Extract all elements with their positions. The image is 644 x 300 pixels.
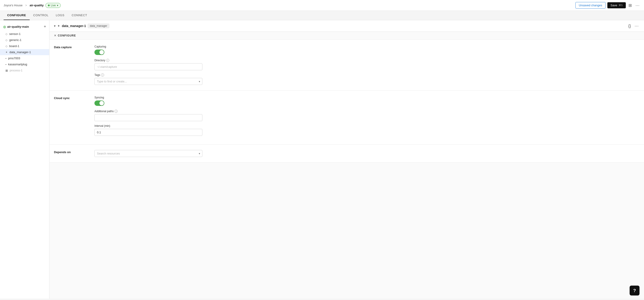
unsaved-changes-button[interactable]: Unsaved changes [576, 2, 606, 9]
more-options-button[interactable]: ⋯ [634, 2, 640, 9]
live-badge[interactable]: Live ▾ [46, 3, 61, 8]
sidebar-label: data_manager-1 [10, 50, 31, 54]
diamond-icon: ◇ [6, 39, 8, 42]
capturing-toggle-row [94, 50, 202, 56]
additional-paths-info-icon[interactable]: i [114, 110, 118, 113]
sidebar-label: pms7003 [8, 57, 20, 60]
sidebar-title: air-quality-main [7, 25, 29, 28]
interval-label: Interval (min) [94, 124, 202, 127]
depends-on-title: Depends on [54, 150, 94, 157]
diamond-icon: ◇ [6, 33, 8, 36]
configure-collapse-icon[interactable]: ✕ [54, 34, 56, 37]
capturing-label: Capturing [94, 45, 202, 48]
tab-control[interactable]: CONTROL [30, 11, 52, 20]
topbar: Joyce's House > air-quality Live ▾ Unsav… [0, 0, 644, 11]
live-dot [48, 5, 50, 6]
diamond-icon: ◇ [6, 45, 8, 48]
data-capture-content: Capturing Directory i Tags i [94, 45, 202, 85]
tab-connect[interactable]: CONNECT [68, 11, 91, 20]
topbar-left: Joyce's House > air-quality Live ▾ [4, 3, 61, 8]
sidebar-item-board-1[interactable]: ◇ board-1 [0, 43, 49, 49]
question-mark-icon: ? [633, 288, 636, 293]
sidebar-label: process-1 [10, 69, 22, 72]
sidebar-item-pms7003[interactable]: ▪ pms7003 [0, 55, 49, 61]
component-type-icon: ✦ [57, 24, 60, 28]
component-more-options-button[interactable]: ⋯ [634, 23, 640, 29]
sidebar-label: board-1 [9, 44, 19, 48]
component-header-left: ▾ ✦ data_manager-1 data_manager [54, 24, 109, 28]
json-view-button[interactable]: {} [627, 23, 632, 29]
square-icon: ▪ [6, 63, 6, 66]
sidebar-item-generic-1[interactable]: ◇ generic-1 [0, 37, 49, 43]
cloud-sync-content: Syncing Additional paths i Interval (min… [94, 96, 202, 139]
component-header-right: {} ⋯ [627, 23, 640, 29]
cloud-sync-section: Cloud sync Syncing Additional paths i In… [50, 91, 644, 144]
square-icon: ▪ [6, 57, 6, 60]
syncing-toggle-row [94, 100, 202, 106]
sidebar-label: sensor-1 [9, 32, 21, 36]
configure-label: CONFIGURE [58, 34, 76, 37]
additional-paths-label: Additional paths i [94, 110, 202, 113]
data-capture-section: Data capture Capturing Directory i Tags [50, 40, 644, 91]
main-layout: ◎ air-quality-main + ◇ sensor-1 ◇ generi… [0, 20, 644, 299]
sidebar-header: ◎ air-quality-main + [0, 23, 49, 31]
sidebar-label: generic-1 [9, 38, 21, 42]
data-capture-title: Data capture [54, 45, 94, 85]
help-button[interactable]: ? [630, 285, 640, 295]
toggle-knob [100, 50, 104, 55]
nav-tabs: CONFIGURE CONTROL LOGS CONNECT [0, 11, 644, 20]
content-area: ▾ ✦ data_manager-1 data_manager {} ⋯ ✕ C… [50, 20, 644, 299]
star-icon: ✦ [6, 51, 8, 54]
component-name: data_manager-1 [62, 24, 86, 28]
sidebar: ◎ air-quality-main + ◇ sensor-1 ◇ generi… [0, 20, 50, 299]
depends-on-section: Depends on Search resources ▾ [50, 144, 644, 163]
tags-info-icon[interactable]: i [101, 73, 104, 77]
save-label: Save [610, 4, 617, 7]
sidebar-add-button[interactable]: + [44, 24, 46, 29]
breadcrumb-home[interactable]: Joyce's House [4, 4, 22, 7]
tags-label: Tags i [94, 73, 202, 77]
topbar-right: Unsaved changes Save ⌘S ⊞ ⋯ [576, 2, 640, 9]
tags-select[interactable]: Type to find or create... [94, 78, 202, 85]
directory-info-icon[interactable]: i [106, 59, 109, 62]
component-type-badge: data_manager [88, 24, 109, 28]
dashboard-icon-button[interactable]: ⊞ [628, 2, 633, 9]
cloud-sync-title: Cloud sync [54, 96, 94, 139]
capturing-toggle[interactable] [94, 50, 104, 55]
additional-paths-input[interactable] [94, 114, 202, 121]
syncing-label: Syncing [94, 96, 202, 99]
sidebar-item-data-manager-1[interactable]: ✦ data_manager-1 [0, 49, 49, 55]
collapse-chevron-icon[interactable]: ▾ [54, 24, 56, 28]
wifi-icon: ◎ [3, 25, 6, 29]
tags-select-wrapper: Type to find or create... ▾ [94, 78, 202, 85]
interval-input[interactable] [94, 129, 202, 136]
grid-icon: ▦ [6, 69, 8, 72]
syncing-toggle[interactable] [94, 100, 104, 106]
directory-label: Directory i [94, 59, 202, 62]
search-resources-wrapper: Search resources ▾ [94, 150, 202, 157]
live-label: Live [51, 4, 56, 7]
component-header: ▾ ✦ data_manager-1 data_manager {} ⋯ [50, 20, 644, 32]
sidebar-label: kasasmartplug [8, 63, 27, 66]
sidebar-header-left: ◎ air-quality-main [3, 25, 29, 29]
breadcrumb-separator: > [25, 4, 27, 7]
live-chevron: ▾ [57, 4, 58, 7]
depends-on-content: Search resources ▾ [94, 150, 202, 157]
search-resources-select[interactable]: Search resources [94, 150, 202, 157]
toggle-knob [100, 101, 104, 105]
tab-logs[interactable]: LOGS [52, 11, 68, 20]
tab-configure[interactable]: CONFIGURE [4, 11, 30, 20]
save-button[interactable]: Save ⌘S [607, 2, 626, 8]
breadcrumb-current: air-quality [30, 4, 44, 7]
sidebar-item-process-1[interactable]: ▦ process-1 [0, 67, 49, 73]
configure-section-header: ✕ CONFIGURE [50, 32, 644, 40]
save-shortcut: ⌘S [618, 4, 623, 7]
sidebar-item-sensor-1[interactable]: ◇ sensor-1 [0, 31, 49, 37]
directory-input[interactable] [94, 63, 202, 70]
sidebar-item-kasasmartplug[interactable]: ▪ kasasmartplug [0, 61, 49, 67]
